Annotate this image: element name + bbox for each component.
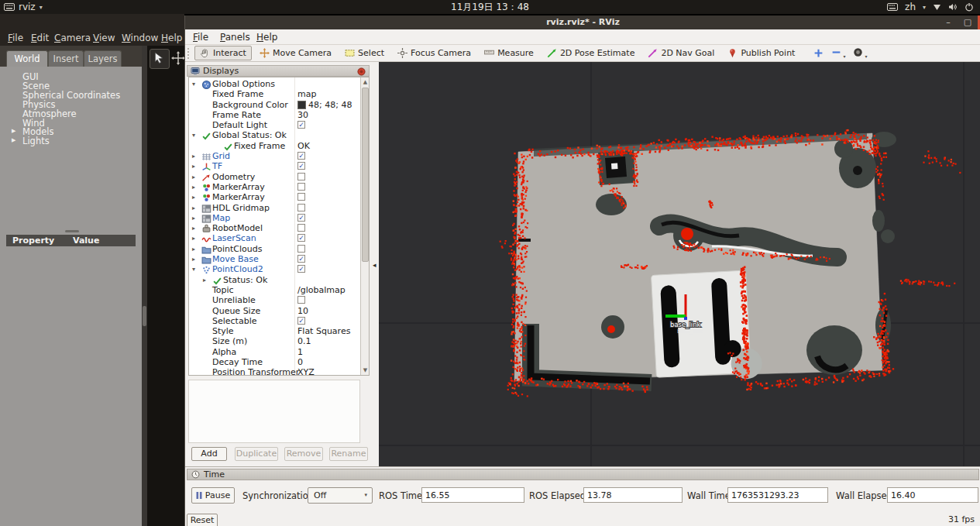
property-row[interactable]: Alpha1 xyxy=(189,347,360,357)
property-value[interactable]: 10 xyxy=(297,306,308,316)
tool-2d-pose-estimate[interactable]: 2D Pose Estimate xyxy=(542,46,641,60)
property-row[interactable]: Default Light✓ xyxy=(189,120,360,130)
volume-icon[interactable] xyxy=(948,3,958,11)
property-row[interactable]: Decay Time0 xyxy=(189,357,360,367)
tool-select[interactable]: Select xyxy=(339,46,390,60)
property-row[interactable]: Frame Rate30 xyxy=(189,110,360,120)
synchronization-select[interactable]: Off ▾ xyxy=(308,487,373,504)
input-method-icon[interactable] xyxy=(887,3,898,11)
gazebo-menu-file[interactable]: File xyxy=(8,33,23,43)
property-value[interactable]: 30 xyxy=(297,110,308,120)
maximize-button[interactable]: ▢ xyxy=(960,15,975,29)
tab-insert[interactable]: Insert xyxy=(48,50,84,67)
expand-arrow-icon[interactable]: ▸ xyxy=(192,174,195,180)
displays-panel-header[interactable]: Displays xyxy=(187,65,370,77)
gazebo-menu-camera[interactable]: Camera xyxy=(54,33,91,43)
property-row[interactable]: Background Color48; 48; 48 xyxy=(189,100,360,110)
gazebo-menu-help[interactable]: Help xyxy=(161,33,182,43)
rviz-titlebar[interactable]: rviz.rviz* - RViz – ▢ xyxy=(185,15,980,29)
minimize-button[interactable]: – xyxy=(940,15,956,29)
checkbox[interactable] xyxy=(297,204,305,211)
checkbox[interactable]: ✓ xyxy=(297,121,305,129)
collapse-arrow-icon[interactable]: ▾ xyxy=(192,132,195,139)
checkbox[interactable]: ✓ xyxy=(297,265,305,273)
property-row[interactable]: Unreliable xyxy=(189,295,360,305)
wall-elapsed-input[interactable] xyxy=(887,487,978,503)
display-row[interactable]: ▸MarkerArray xyxy=(189,192,360,202)
gazebo-viewport[interactable] xyxy=(147,46,184,526)
display-row[interactable]: ▸TF✓ xyxy=(189,161,360,171)
pause-button[interactable]: Pause xyxy=(191,487,235,504)
tool-2d-nav-goal[interactable]: 2D Nav Goal xyxy=(642,46,720,60)
checkbox[interactable] xyxy=(297,193,305,201)
gazebo-translate-tool[interactable] xyxy=(171,51,185,65)
expand-arrow-icon[interactable]: ▸ xyxy=(192,153,195,160)
property-value[interactable]: OK xyxy=(297,141,310,151)
expand-arrow-icon[interactable]: ▸ xyxy=(192,184,195,191)
checkbox[interactable]: ✓ xyxy=(297,152,305,160)
expand-arrow-icon[interactable]: ▸ xyxy=(192,256,195,263)
scrollbar-thumb[interactable] xyxy=(143,306,146,326)
checkbox[interactable]: ✓ xyxy=(297,214,305,222)
expand-arrow-icon[interactable]: ▶ xyxy=(12,137,15,143)
expand-arrow-icon[interactable]: ▸ xyxy=(192,163,195,170)
property-row[interactable]: StyleFlat Squares xyxy=(189,326,360,336)
display-row[interactable]: ▸Grid✓ xyxy=(189,151,360,161)
display-row[interactable]: ▸RobotModel xyxy=(189,223,360,233)
checkbox[interactable] xyxy=(297,296,305,304)
display-row[interactable]: ▸Status: Ok xyxy=(189,275,360,285)
display-row[interactable]: ▸Move Base✓ xyxy=(189,254,360,264)
checkbox[interactable] xyxy=(297,173,305,180)
displays-scrollbar[interactable]: ▲ ▼ xyxy=(360,77,370,375)
rviz-menu-panels[interactable]: Panels xyxy=(220,32,250,43)
gazebo-menu-edit[interactable]: Edit xyxy=(31,33,49,43)
time-panel-header[interactable]: Time xyxy=(187,469,979,480)
network-icon[interactable] xyxy=(933,4,941,11)
tool-move-camera[interactable]: Move Camera xyxy=(254,46,337,60)
reset-button[interactable]: Reset xyxy=(187,514,218,526)
checkbox[interactable] xyxy=(297,224,305,232)
display-row[interactable]: ▸Odometry xyxy=(189,172,360,182)
property-value[interactable]: Flat Squares xyxy=(297,326,350,336)
gazebo-select-tool[interactable] xyxy=(150,49,170,69)
checkbox[interactable] xyxy=(297,183,305,191)
add-button[interactable]: Add xyxy=(191,447,227,461)
property-row[interactable]: Queue Size10 xyxy=(189,306,360,316)
property-value[interactable]: XYZ xyxy=(297,367,315,376)
property-value[interactable]: map xyxy=(297,89,316,99)
toolbar-grip[interactable] xyxy=(187,47,190,60)
tab-layers[interactable]: Layers xyxy=(84,50,122,67)
ros-time-input[interactable] xyxy=(421,487,524,503)
gazebo-menu-view[interactable]: View xyxy=(93,33,115,43)
property-row[interactable]: Size (m)0.1 xyxy=(189,336,360,346)
property-row[interactable]: Fixed Framemap xyxy=(189,89,360,99)
tool-focus-camera[interactable]: Focus Camera xyxy=(392,46,476,60)
display-row[interactable]: ▾PointCloud2✓ xyxy=(189,264,360,274)
display-row[interactable]: ▸Map✓ xyxy=(189,213,360,223)
expand-arrow-icon[interactable]: ▸ xyxy=(192,246,195,253)
rviz-menu-file[interactable]: File xyxy=(193,32,208,43)
expand-arrow-icon[interactable]: ▸ xyxy=(192,194,195,201)
tool-measure[interactable]: Measure xyxy=(479,46,539,60)
display-row[interactable]: ▾Global Status: Ok xyxy=(189,130,360,140)
ros-elapsed-input[interactable] xyxy=(583,487,683,503)
render-viewport[interactable]: base_link base_link xyxy=(379,62,980,466)
display-row[interactable]: ▸MarkerArray xyxy=(189,182,360,192)
checkbox[interactable]: ✓ xyxy=(297,255,305,263)
checkbox[interactable]: ✓ xyxy=(297,317,305,325)
display-row[interactable]: ▸HDL Gridmap xyxy=(189,203,360,213)
collapse-arrow-icon[interactable]: ▾ xyxy=(192,266,195,273)
checkbox[interactable]: ✓ xyxy=(297,234,305,242)
tool-interact[interactable]: Interact xyxy=(194,46,252,60)
power-icon[interactable] xyxy=(965,2,974,12)
property-value[interactable]: 0 xyxy=(297,357,303,367)
display-row[interactable]: ▸PointClouds xyxy=(189,244,360,254)
zoom-in-button[interactable] xyxy=(813,48,824,58)
expand-arrow-icon[interactable]: ▸ xyxy=(192,235,195,242)
scroll-up-icon[interactable]: ▲ xyxy=(361,77,370,87)
property-value[interactable]: 48; 48; 48 xyxy=(297,100,352,110)
property-row[interactable]: Selectable✓ xyxy=(189,316,360,326)
gazebo-scrollbar[interactable] xyxy=(142,46,147,526)
expand-arrow-icon[interactable]: ▸ xyxy=(203,277,206,284)
rviz-menu-help[interactable]: Help xyxy=(256,32,277,43)
